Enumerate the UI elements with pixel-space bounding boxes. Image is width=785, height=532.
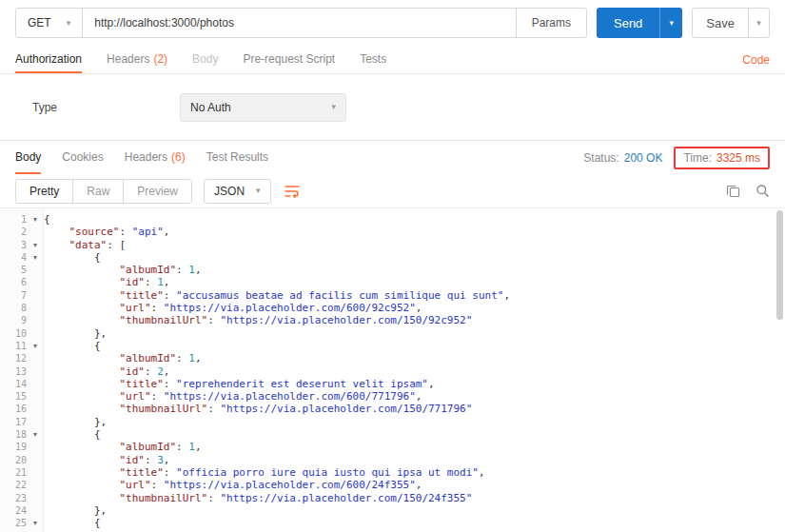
- fold-spacer: [27, 302, 44, 314]
- fold-caret-icon[interactable]: ▾: [27, 340, 44, 352]
- line-number: 9: [0, 314, 27, 326]
- time-label: Time:: [683, 151, 712, 165]
- code-text: {: [44, 517, 101, 529]
- line-number: 22: [0, 479, 27, 491]
- auth-type-select[interactable]: No Auth ▾: [180, 93, 346, 122]
- line-number: 6: [0, 276, 27, 288]
- tab-label: Headers: [107, 52, 149, 66]
- fold-spacer: [27, 441, 44, 453]
- method-select[interactable]: GET ▾: [16, 9, 83, 37]
- save-button[interactable]: Save: [693, 9, 748, 37]
- line-number: 20: [0, 454, 27, 466]
- tab-label: Tests: [360, 52, 386, 66]
- params-button[interactable]: Params: [516, 9, 586, 37]
- vertical-scrollbar[interactable]: [776, 210, 784, 530]
- fold-spacer: [27, 365, 44, 378]
- code-text: "source": "api",: [44, 226, 169, 238]
- tab-headers[interactable]: Headers (2): [107, 46, 167, 73]
- chevron-down-icon: ▾: [670, 19, 675, 28]
- line-number: 2: [0, 226, 27, 238]
- fold-caret-icon[interactable]: ▾: [27, 428, 44, 441]
- tab-label: Cookies: [62, 150, 103, 164]
- postman-request-response-view: GET ▾ Params Send ▾ Save ▾ Authorization…: [0, 0, 785, 532]
- wrap-text-icon[interactable]: [285, 185, 300, 198]
- send-options-button[interactable]: ▾: [659, 8, 682, 38]
- fold-caret-icon[interactable]: ▾: [27, 239, 44, 251]
- code-line: 18▾ {: [0, 428, 785, 441]
- auth-type-label: Type: [32, 101, 180, 114]
- tab-response-body[interactable]: Body: [15, 141, 41, 174]
- code-text: },: [44, 416, 107, 428]
- tab-tests[interactable]: Tests: [360, 46, 386, 73]
- code-text: "albumId": 1,: [44, 441, 202, 453]
- request-bar: GET ▾ Params Send ▾ Save ▾: [0, 0, 785, 46]
- tab-response-headers[interactable]: Headers (6): [125, 141, 186, 174]
- code-line: 9 "thumbnailUrl": "https://via.placehold…: [0, 314, 785, 326]
- code-line: 5 "albumId": 1,: [0, 264, 785, 276]
- tab-pre-request-script[interactable]: Pre-request Script: [243, 46, 335, 73]
- view-pretty-button[interactable]: Pretty: [16, 180, 73, 203]
- line-number: 16: [0, 403, 27, 415]
- code-line: 24 },: [0, 504, 785, 517]
- line-number: 24: [0, 504, 27, 517]
- code-text: "title": "officia porro iure quia iusto …: [44, 466, 485, 479]
- url-group: GET ▾ Params: [15, 8, 587, 38]
- save-button-group: Save ▾: [692, 8, 770, 38]
- response-body-editor[interactable]: 1▾{2 "source": "api",3▾ "data": [4▾ {5 "…: [0, 208, 785, 532]
- url-input[interactable]: [83, 9, 515, 37]
- tab-cookies[interactable]: Cookies: [62, 141, 103, 174]
- code-text: {: [44, 340, 101, 352]
- code-line: 1▾{: [0, 213, 785, 226]
- line-number: 7: [0, 289, 27, 302]
- fold-caret-icon[interactable]: ▾: [27, 251, 44, 264]
- view-raw-button[interactable]: Raw: [73, 180, 124, 203]
- code-line: 19 "albumId": 1,: [0, 441, 785, 453]
- fold-spacer: [27, 403, 44, 415]
- code-line: 7 "title": "accusamus beatae ad facilis …: [0, 289, 785, 302]
- code-link[interactable]: Code: [742, 53, 770, 67]
- view-preview-button[interactable]: Preview: [124, 180, 191, 203]
- line-number: 5: [0, 264, 27, 276]
- code-line: 11▾ {: [0, 340, 785, 352]
- line-number: 17: [0, 416, 27, 428]
- fold-spacer: [27, 466, 44, 479]
- tab-label: Body: [15, 150, 41, 164]
- line-number: 14: [0, 378, 27, 390]
- fold-spacer: [27, 479, 44, 491]
- send-button[interactable]: Send: [597, 8, 659, 38]
- line-number: 25: [0, 517, 27, 529]
- chevron-down-icon: ▾: [67, 19, 71, 28]
- code-text: "url": "https://via.placeholder.com/600/…: [44, 302, 422, 314]
- tab-label: Authorization: [15, 52, 82, 66]
- fold-spacer: [27, 289, 44, 302]
- tab-test-results[interactable]: Test Results: [206, 141, 268, 174]
- scrollbar-thumb[interactable]: [776, 210, 783, 320]
- code-line: 23 "thumbnailUrl": "https://via.placehol…: [0, 492, 785, 504]
- code-text: {: [44, 213, 50, 226]
- fold-spacer: [27, 416, 44, 428]
- line-number: 13: [0, 365, 27, 378]
- authorization-panel: Type No Auth ▾: [0, 74, 785, 141]
- tab-body[interactable]: Body: [192, 46, 218, 73]
- status-label: Status:: [583, 151, 618, 165]
- line-number: 10: [0, 327, 27, 340]
- code-line: 12 "albumId": 1,: [0, 352, 785, 365]
- copy-icon[interactable]: [726, 184, 740, 198]
- code-text: "id": 3,: [44, 454, 169, 466]
- search-icon[interactable]: [756, 184, 770, 198]
- code-line: 17 },: [0, 416, 785, 428]
- fold-caret-icon[interactable]: ▾: [27, 517, 44, 529]
- format-select[interactable]: JSON ▾: [204, 179, 271, 204]
- format-label: JSON: [214, 185, 245, 198]
- save-options-button[interactable]: ▾: [748, 9, 769, 37]
- line-number: 8: [0, 302, 27, 314]
- method-label: GET: [28, 16, 51, 30]
- code-line: 3▾ "data": [: [0, 239, 785, 251]
- tab-authorization[interactable]: Authorization: [15, 46, 82, 73]
- code-text: },: [44, 327, 107, 340]
- code-text: "albumId": 1,: [44, 352, 202, 365]
- fold-caret-icon[interactable]: ▾: [27, 213, 44, 226]
- code-text: "id": 2,: [44, 365, 169, 378]
- chevron-down-icon: ▾: [256, 187, 261, 195]
- code-line: 16 "thumbnailUrl": "https://via.placehol…: [0, 403, 785, 415]
